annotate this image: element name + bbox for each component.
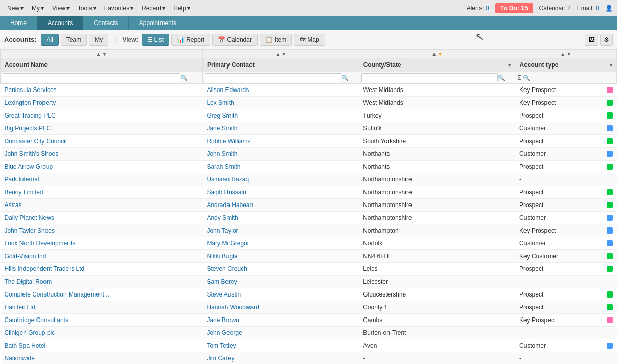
account-link[interactable]: Great Trading PLC (5, 112, 56, 119)
contact-link[interactable]: Andy Smith (207, 214, 238, 221)
account-link[interactable]: Blue Arrow Group (5, 163, 53, 170)
account-link[interactable]: Bath Spa Hotel (5, 342, 46, 349)
tab-appointments[interactable]: Appointments (129, 16, 187, 30)
tab-contacts[interactable]: Contacts (83, 16, 128, 30)
tools-menu[interactable]: Tools ▾ (75, 3, 99, 13)
search-icon-county[interactable]: 🔍 (498, 75, 505, 81)
county-dropdown-arrow[interactable]: ▾ (508, 62, 511, 68)
sort-primary-contact[interactable]: ▲▼ (202, 50, 359, 58)
account-link[interactable]: Gold-Vision Ind (5, 253, 47, 260)
new-menu[interactable]: New ▾ (4, 3, 27, 13)
contact-link[interactable]: John George (207, 329, 242, 336)
report-icon: 📊 (177, 36, 185, 43)
item-button[interactable]: 📋 Item (260, 34, 292, 46)
tab-home[interactable]: Home (0, 16, 37, 30)
status-color-dot (607, 87, 613, 93)
contact-link[interactable]: Greg Smith (207, 112, 238, 119)
account-type-value: Prospect (519, 201, 603, 209)
search-icon-account[interactable]: 🔍 (180, 75, 188, 81)
sort-account-name[interactable]: ▲▼ (1, 50, 203, 58)
account-link[interactable]: Peninsula Services (5, 86, 57, 94)
contact-link[interactable]: Jane Brown (207, 316, 239, 324)
account-link[interactable]: HanTec Ltd (5, 304, 36, 311)
contact-link[interactable]: Alison Edwards (207, 86, 249, 94)
contact-link[interactable]: Saqib Hussain (207, 189, 246, 196)
contact-link[interactable]: Sarah Smith (207, 163, 240, 170)
tab-accounts[interactable]: Accounts (37, 16, 83, 30)
account-link[interactable]: John Taylor Shoes (5, 227, 55, 234)
calendar-button[interactable]: 📅 Calendar (212, 34, 258, 46)
settings-button[interactable]: ⚙ (600, 34, 613, 46)
alerts-count[interactable]: 0 (486, 5, 489, 12)
contact-link[interactable]: Andrada Habean (207, 201, 253, 209)
contact-link[interactable]: Jim Carey (207, 355, 234, 362)
account-link[interactable]: John Smith's Shoes (5, 150, 59, 157)
header-account-type[interactable]: Account type ▾ (515, 58, 617, 72)
account-link[interactable]: Hills Independent Traders Ltd (5, 265, 85, 272)
account-link[interactable]: Doncaster City Council (5, 138, 67, 145)
contact-link[interactable]: Mary McGregor (207, 240, 249, 247)
filter-account-name-input[interactable] (3, 73, 180, 82)
search-icon-contact[interactable]: 🔍 (341, 75, 349, 81)
sigma-icon[interactable]: Σ (517, 74, 521, 81)
account-link[interactable]: Daily Planet News (5, 214, 54, 221)
account-link[interactable]: Lexington Property (5, 99, 56, 106)
email-count[interactable]: 0 (596, 5, 599, 12)
account-link[interactable]: Big Projects PLC (5, 125, 51, 132)
account-link[interactable]: Clinigen Group plc (5, 329, 55, 336)
help-dropdown-icon: ▾ (187, 5, 190, 12)
sort-county-state[interactable]: ▲▼ (359, 50, 515, 58)
filter-county-state-input[interactable] (361, 73, 498, 82)
row-actions: Key Prospect (519, 316, 613, 324)
cell-account-name: John Smith's Shoes (1, 148, 203, 161)
list-button[interactable]: ☰ List (142, 34, 170, 46)
header-primary-contact[interactable]: Primary Contact (202, 58, 359, 72)
todo-button[interactable]: To Do: 15 (495, 3, 533, 13)
help-menu[interactable]: Help ▾ (170, 3, 193, 13)
my-menu[interactable]: My ▾ (29, 3, 47, 13)
account-type-value: Prospect (519, 189, 603, 196)
contact-link[interactable]: John Smith (207, 150, 237, 157)
cell-account-type: - (515, 327, 617, 339)
my-button[interactable]: My (89, 34, 108, 46)
contact-link[interactable]: Hannah Woodward (207, 304, 259, 311)
contact-link[interactable]: Steve Austin (207, 291, 241, 298)
account-link[interactable]: Look North Developments (5, 240, 76, 247)
header-account-name[interactable]: Account Name (1, 58, 203, 72)
sort-account-type[interactable]: ▲▼ (515, 50, 617, 58)
user-icon[interactable]: 👤 (605, 5, 613, 12)
account-link[interactable]: Cambridge Consultants (5, 316, 68, 324)
contact-link[interactable]: Robbie Williams (207, 138, 250, 145)
contact-link[interactable]: John Taylor (207, 227, 238, 234)
calendar-count[interactable]: 2 (567, 5, 571, 12)
all-button[interactable]: All (41, 34, 59, 46)
filter-primary-contact-input[interactable] (205, 73, 341, 82)
account-type-dropdown-arrow[interactable]: ▾ (610, 62, 612, 68)
contact-link[interactable]: Jane Smith (207, 125, 237, 132)
recent-menu[interactable]: Recent ▾ (139, 3, 168, 13)
account-link[interactable]: Complete Construction Management... (5, 291, 109, 298)
report-button[interactable]: 📊 Report (171, 34, 210, 46)
map-button[interactable]: 🗺 Map (294, 34, 325, 46)
cell-county-state: South Yorkshire (359, 135, 515, 148)
contact-link[interactable]: Usmaan Razaq (207, 176, 249, 183)
cell-account-name: Great Trading PLC (1, 109, 203, 122)
team-button[interactable]: Team (61, 34, 87, 46)
favorites-menu[interactable]: Favorites ▾ (101, 3, 136, 13)
table-row: John Taylor ShoesJohn TaylorNorthamptonK… (1, 224, 617, 237)
search-icon-type[interactable]: 🔍 (523, 75, 530, 81)
contact-link[interactable]: Nikki Bugla (207, 253, 237, 260)
contact-link[interactable]: Tom Tetley (207, 342, 236, 349)
header-county-state[interactable]: County/State ▾ (359, 58, 515, 72)
account-link[interactable]: Benoy Limited (5, 189, 43, 196)
account-link[interactable]: The Digital Room (5, 278, 52, 285)
account-link[interactable]: Nationwide (5, 355, 35, 362)
view-menu[interactable]: View ▾ (49, 3, 73, 13)
cell-county-state: Northamptonshire (359, 212, 515, 224)
contact-link[interactable]: Steven Crouch (207, 265, 247, 272)
account-link[interactable]: Park Internal (5, 176, 39, 183)
account-link[interactable]: Astras (5, 201, 22, 209)
photo-button[interactable]: 🖼 (585, 34, 598, 46)
contact-link[interactable]: Sam Berey (207, 278, 237, 285)
contact-link[interactable]: Lex Smith (207, 99, 234, 106)
